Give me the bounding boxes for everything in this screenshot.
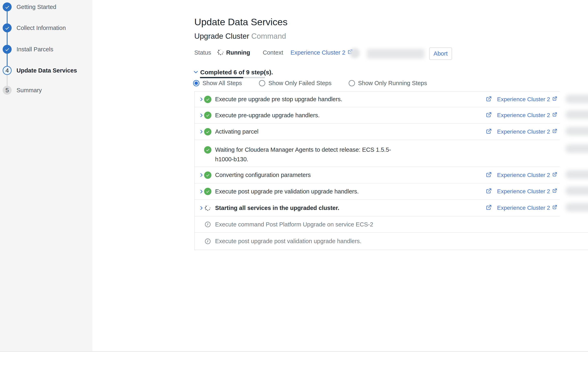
expand-chevron-icon[interactable] (199, 172, 204, 178)
context-cell: Experience Cluster 2 (486, 188, 559, 195)
external-link-icon (552, 188, 557, 195)
check-icon (4, 47, 10, 52)
step-text: Waiting for Cloudera Manager Agents to d… (215, 145, 486, 164)
radio-show-only-running-steps[interactable]: Show Only Running Steps (349, 80, 427, 87)
table-row: Execute post upgrade post validation upg… (195, 232, 588, 250)
external-link-icon[interactable] (486, 128, 492, 135)
context-link[interactable]: Experience Cluster 2 (497, 172, 557, 178)
command-suffix: Command (251, 32, 286, 40)
context-link[interactable]: Experience Cluster 2 (497, 129, 557, 135)
progress-summary: Completed 6 of 9 step(s). (200, 69, 273, 76)
check-icon (206, 148, 210, 152)
success-check-icon (204, 112, 211, 119)
external-link-icon[interactable] (486, 188, 492, 195)
wizard-footer: Cancel ← Back Next → (0, 352, 588, 369)
command-name: Upgrade Cluster (194, 32, 249, 40)
success-check-icon (204, 128, 211, 135)
table-row: Execute pre upgrade pre stop upgrade han… (195, 92, 588, 107)
step-connector-line (7, 7, 8, 70)
step-text: Execute post upgrade post validation upg… (215, 236, 486, 246)
check-icon (206, 130, 210, 134)
success-check-icon (204, 146, 211, 154)
page-title: Update Data Services (194, 16, 287, 28)
radio-button-icon[interactable] (193, 80, 200, 86)
step-check-icon (3, 23, 12, 32)
context-link[interactable]: Experience Cluster 2 (497, 96, 557, 103)
expand-chevron-icon[interactable] (199, 206, 204, 210)
expand-chevron-icon[interactable] (199, 189, 204, 194)
check-icon (206, 97, 210, 102)
radio-button-icon[interactable] (259, 80, 265, 86)
success-check-icon (204, 171, 211, 179)
context-link[interactable]: Experience Cluster 2 (291, 49, 353, 56)
radio-label: Show Only Failed Steps (268, 80, 331, 87)
step-text: Starting all services in the upgraded cl… (215, 203, 486, 213)
step-text: Converting configuration parameters (215, 170, 486, 180)
context-link[interactable]: Experience Cluster 2 (497, 188, 557, 195)
step-check-icon (3, 2, 12, 11)
context-cell: Experience Cluster 2 (486, 128, 559, 135)
expand-chevron-icon[interactable] (199, 97, 204, 102)
redacted-timestamp (565, 95, 588, 103)
external-link-icon[interactable] (486, 96, 492, 103)
redacted-timestamp (565, 127, 588, 135)
table-row: Starting all services in the upgraded cl… (195, 199, 588, 216)
step-text: Activating parcel (215, 127, 486, 136)
context-cell: Experience Cluster 2 (486, 112, 559, 119)
table-row: Activating parcelExperience Cluster 2236… (195, 123, 588, 140)
context-link[interactable]: Experience Cluster 2 (497, 112, 557, 119)
redacted-status-info (367, 49, 424, 59)
check-icon (206, 113, 210, 118)
radio-show-all-steps[interactable]: Show All Steps (193, 80, 242, 87)
progress-bar-fill (200, 77, 243, 78)
abort-button[interactable]: Abort (429, 48, 452, 60)
redacted-timestamp (565, 170, 588, 179)
pending-clock-icon (204, 221, 211, 228)
context-cell: Experience Cluster 2 (486, 204, 559, 211)
status-value: Running (226, 49, 250, 56)
step-text: Execute pre-upgrade upgrade handlers. (215, 110, 486, 120)
external-link-icon[interactable] (486, 204, 492, 211)
radio-show-only-failed-steps[interactable]: Show Only Failed Steps (259, 80, 331, 87)
chevron-down-icon (193, 69, 199, 76)
table-row: Converting configuration parametersExper… (195, 167, 588, 183)
step-label: Summary (17, 87, 42, 94)
wizard-steps-sidebar: Getting StartedCollect InformationInstal… (0, 0, 92, 351)
command-subtitle: Upgrade ClusterCommand (194, 32, 286, 40)
external-link-icon (552, 96, 557, 103)
context-label: Context (263, 49, 283, 56)
redacted-timestamp (565, 203, 588, 212)
table-row: Waiting for Cloudera Manager Agents to d… (195, 140, 588, 167)
external-link-icon[interactable] (486, 172, 492, 179)
check-icon (4, 4, 10, 10)
radio-button-icon[interactable] (349, 80, 355, 86)
steps-progress-toggle[interactable]: Completed 6 of 9 step(s). (193, 69, 273, 76)
external-link-icon[interactable] (486, 112, 492, 119)
context-link[interactable]: Experience Cluster 2 (497, 205, 557, 211)
table-row: Execute command Post Platform Upgrade on… (195, 216, 588, 232)
step-label: Install Parcels (17, 46, 53, 53)
step-label: Update Data Services (17, 67, 77, 74)
context-cell: Experience Cluster 2 (486, 96, 559, 103)
redacted-timestamp (565, 110, 588, 119)
step-number-badge: 4 (3, 66, 12, 75)
sidebar-step-getting-started: Getting Started (3, 2, 56, 11)
steps-table: Execute pre upgrade pre stop upgrade han… (194, 91, 588, 250)
main-content: Update Data Services Upgrade ClusterComm… (92, 0, 588, 369)
check-icon (206, 189, 210, 194)
sidebar-step-install-parcels: Install Parcels (3, 45, 53, 54)
step-label: Collect Information (17, 25, 66, 31)
running-spinner-icon (204, 205, 211, 211)
step-text: Execute post upgrade pre validation upgr… (215, 187, 486, 196)
redacted-timestamp (565, 187, 588, 195)
step-number-badge: 5 (3, 86, 12, 95)
pending-clock-icon (204, 238, 211, 245)
step-text: Execute command Post Platform Upgrade on… (215, 220, 486, 229)
progress-bar (200, 77, 265, 78)
expand-chevron-icon[interactable] (199, 129, 204, 134)
step-text: Execute pre upgrade pre stop upgrade han… (215, 94, 486, 104)
sidebar-step-collect-information: Collect Information (3, 23, 66, 32)
success-check-icon (204, 96, 211, 103)
expand-chevron-icon[interactable] (199, 113, 204, 118)
sidebar-step-update-data-services: 4Update Data Services (3, 66, 77, 75)
